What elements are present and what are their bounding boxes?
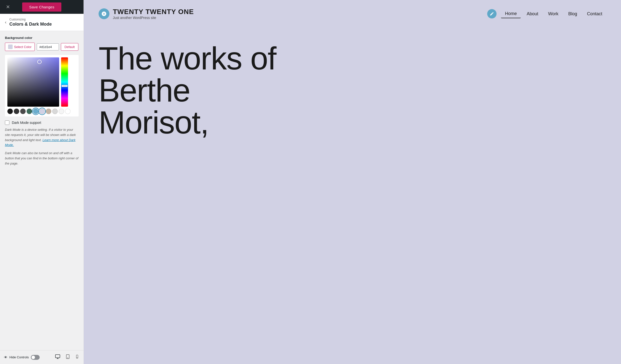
- mobile-device-button[interactable]: [75, 353, 80, 361]
- panel-title: Colors & Dark Mode: [9, 22, 52, 27]
- swatch-tan[interactable]: [46, 109, 51, 114]
- hide-controls-button[interactable]: 👁 Hide Controls: [4, 355, 40, 360]
- dark-mode-description-1: Dark Mode is a device setting. If a visi…: [5, 127, 79, 148]
- nav-blog[interactable]: Blog: [564, 10, 581, 18]
- swatch-light-gray[interactable]: [52, 109, 58, 114]
- swatch-white[interactable]: [65, 109, 70, 114]
- color-controls-row: Select Color Default: [5, 43, 79, 51]
- site-preview: TWENTY TWENTY ONE Just another WordPress…: [84, 0, 621, 364]
- site-branding: TWENTY TWENTY ONE Just another WordPress…: [99, 8, 194, 20]
- dark-mode-description-2: Dark Mode can also be turned on and off …: [5, 151, 79, 166]
- nav-home[interactable]: Home: [501, 10, 521, 18]
- dark-mode-checkbox[interactable]: [5, 120, 9, 125]
- hue-handle: [62, 85, 68, 87]
- color-swatch-preview: [8, 45, 13, 49]
- dark-mode-label[interactable]: Dark Mode support: [12, 121, 41, 125]
- hero-line-2: Berthe: [99, 74, 606, 106]
- swatch-dark-gray[interactable]: [14, 109, 19, 114]
- tablet-device-button[interactable]: [65, 353, 71, 361]
- site-header: TWENTY TWENTY ONE Just another WordPress…: [84, 0, 621, 28]
- nav-pencil-icon: [487, 9, 497, 18]
- nav-contact[interactable]: Contact: [583, 10, 606, 18]
- eye-icon: 👁: [4, 355, 7, 359]
- site-branding-text: TWENTY TWENTY ONE Just another WordPress…: [113, 8, 194, 20]
- color-picker-area: [5, 55, 79, 116]
- swatch-light-blue[interactable]: [33, 109, 38, 114]
- panel-content: Background color Select Color Default: [0, 31, 84, 350]
- swatch-near-white[interactable]: [59, 109, 64, 114]
- close-button[interactable]: ✕: [4, 3, 12, 11]
- site-name: TWENTY TWENTY ONE: [113, 8, 194, 16]
- select-color-label: Select Color: [14, 45, 32, 49]
- site-tagline: Just another WordPress site: [113, 16, 194, 20]
- device-icon-group: [54, 353, 80, 361]
- hero-line-1: The works of: [99, 42, 606, 74]
- color-swatches: [7, 109, 76, 114]
- default-button[interactable]: Default: [61, 43, 78, 51]
- hue-slider[interactable]: [61, 57, 68, 107]
- svg-rect-0: [55, 355, 60, 358]
- save-changes-button[interactable]: Save Changes: [22, 2, 61, 12]
- select-color-button[interactable]: Select Color: [5, 43, 35, 51]
- hide-controls-label: Hide Controls: [9, 355, 29, 359]
- desktop-device-button[interactable]: [54, 353, 61, 361]
- back-button[interactable]: ‹: [5, 20, 6, 25]
- site-logo-icon: [99, 8, 109, 19]
- site-main: The works of Berthe Morisot,: [84, 28, 621, 148]
- saturation-brightness-canvas[interactable]: [7, 57, 59, 107]
- panel-subtitle: Customizing: [9, 18, 52, 21]
- top-bar: ✕ Save Changes: [0, 0, 84, 14]
- dark-mode-row: Dark Mode support: [5, 120, 79, 125]
- background-color-label: Background color: [5, 36, 79, 40]
- hero-line-3: Morisot,: [99, 106, 606, 138]
- swatch-medium-dark-gray[interactable]: [20, 109, 26, 114]
- nav-work[interactable]: Work: [544, 10, 562, 18]
- customizer-panel: ✕ Save Changes ‹ Customizing Colors & Da…: [0, 0, 84, 364]
- hero-text: The works of Berthe Morisot,: [99, 42, 606, 138]
- nav-menu: Home About Work Blog Contact: [487, 9, 606, 18]
- nav-about[interactable]: About: [523, 10, 542, 18]
- svg-point-2: [68, 358, 68, 358]
- panel-title-group: Customizing Colors & Dark Mode: [9, 18, 52, 27]
- swatch-light-purple[interactable]: [39, 109, 45, 114]
- svg-point-4: [77, 357, 77, 358]
- picker-row: [7, 57, 76, 107]
- panel-header: ‹ Customizing Colors & Dark Mode: [0, 14, 84, 31]
- swatch-black[interactable]: [7, 109, 13, 114]
- toggle-knob: [32, 356, 35, 359]
- hide-controls-toggle[interactable]: [31, 355, 40, 360]
- hex-color-input[interactable]: [37, 43, 59, 50]
- bottom-bar: 👁 Hide Controls: [0, 350, 84, 364]
- picker-handle: [37, 60, 42, 64]
- swatch-dark-green[interactable]: [27, 109, 32, 114]
